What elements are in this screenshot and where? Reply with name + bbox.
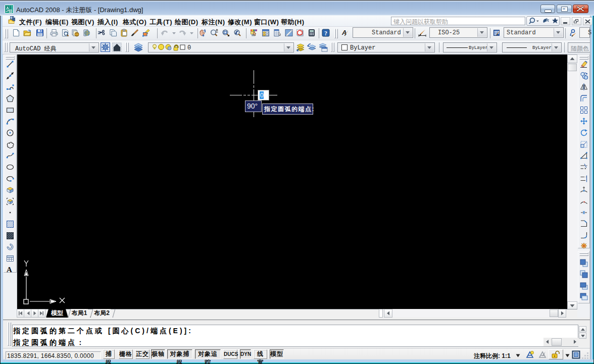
svg-text:?: ? <box>324 30 327 37</box>
svg-text:A: A <box>341 29 346 36</box>
svg-text:0: 0 <box>187 44 191 51</box>
